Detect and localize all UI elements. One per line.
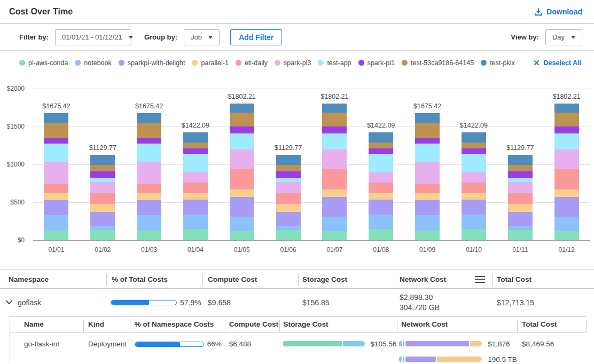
- bar-segment-notebook: [276, 226, 301, 230]
- bar-segment-parallel-1: [230, 189, 254, 197]
- bar-segment-parallel-1: [183, 193, 208, 200]
- chart-bar-01/06[interactable]: [276, 155, 301, 240]
- chart-bar-01/09[interactable]: [415, 113, 440, 240]
- legend-label: parallel-1: [201, 59, 228, 67]
- legend-item-sparkpi-with-delight[interactable]: sparkpi-with-delight: [119, 59, 185, 67]
- view-by-select[interactable]: Day: [545, 29, 582, 45]
- bar-segment-spark-pi3: [462, 172, 486, 183]
- pct-total-progress-bar: [111, 300, 177, 305]
- bar-segment-test-pkix: [44, 113, 68, 123]
- deselect-all-button[interactable]: Deselect All: [534, 59, 581, 67]
- bar-segment-pi-aws-conda: [369, 229, 393, 240]
- chart-bar-01/02[interactable]: [90, 155, 115, 240]
- bar-segment-test-53ca9186-64145: [322, 113, 347, 126]
- network-usage-bar: [399, 357, 482, 362]
- chart-bar-01/10[interactable]: [462, 132, 486, 240]
- legend-label: test-app: [327, 59, 351, 67]
- top-bar: Cost Over Time Download: [0, 0, 594, 24]
- bar-segment-etl-daily: [276, 193, 301, 204]
- legend-item-etl-daily[interactable]: etl-daily: [236, 59, 268, 67]
- namespace-row-goflask[interactable]: goflask 57.9% $9,658 $156.85 $2,898.30 3…: [0, 289, 594, 316]
- legend-item-parallel-1[interactable]: parallel-1: [192, 59, 228, 67]
- bar-segment-test-app: [90, 178, 115, 183]
- chevron-down-icon: [208, 36, 213, 39]
- x-icon: [534, 60, 540, 66]
- namespace-table-header: Namespace % of Total Costs Compute Cost …: [0, 270, 594, 289]
- add-filter-button[interactable]: Add Filter: [230, 29, 282, 45]
- bar-segment-test-pkix: [554, 104, 579, 113]
- bar-segment-test-app: [508, 178, 533, 183]
- bar-segment-pi-aws-conda: [90, 230, 115, 240]
- mini-bar-segment-blue: [343, 341, 365, 346]
- bar-segment-test-pkix: [90, 155, 115, 165]
- legend-label: test-pkix: [490, 59, 515, 67]
- bar-segment-etl-daily: [44, 184, 68, 193]
- legend-item-pi-aws-conda[interactable]: pi-aws-conda: [19, 59, 68, 67]
- filter-toolbar: Filter by: 01/01/21 - 01/12/21 Group by:…: [0, 24, 594, 51]
- filter-by-label: Filter by:: [19, 33, 49, 41]
- bar-total-label: $1675.42: [125, 102, 173, 110]
- col-network-cost: Network Cost: [395, 270, 492, 288]
- workload-row-go-flask-int[interactable]: go-flask-int Deployment 66% $6,488 $105.…: [10, 333, 587, 363]
- chart-bar-01/11[interactable]: [508, 155, 533, 240]
- bar-total-label: $1802.21: [310, 93, 358, 100]
- chart-bar-01/08[interactable]: [369, 132, 393, 240]
- bar-segment-pi-aws-conda: [554, 231, 579, 240]
- chart-bar-01/04[interactable]: [183, 132, 208, 240]
- x-axis-tick: 01/06: [270, 246, 307, 254]
- x-axis-tick: 01/07: [316, 246, 353, 254]
- bar-segment-spark-pi3: [508, 182, 533, 193]
- mini-bar-segment-orange: [470, 341, 482, 346]
- bar-segment-notebook: [415, 215, 440, 231]
- bar-segment-parallel-1: [322, 189, 347, 197]
- x-axis-tick: 01/10: [455, 246, 493, 254]
- x-axis-tick: 01/09: [409, 246, 446, 254]
- legend-label: notebook: [84, 59, 111, 67]
- legend-item-spark-pi3[interactable]: spark-pi3: [275, 59, 311, 67]
- x-axis-tick: 01/11: [502, 246, 539, 254]
- legend-dot-icon: [402, 60, 408, 66]
- legend-item-test-53ca9186-64145[interactable]: test-53ca9186-64145: [402, 59, 474, 67]
- bar-segment-etl-daily: [369, 183, 393, 193]
- workload-subtable: Name Kind % of Namespace Costs Compute C…: [10, 316, 587, 363]
- chart-bar-01/07[interactable]: [322, 104, 347, 240]
- bar-segment-sparkpi-with-delight: [44, 200, 68, 215]
- chart-bar-01/01[interactable]: [44, 113, 68, 240]
- bar-segment-test-53ca9186-64145: [554, 113, 579, 126]
- bar-segment-spark-pi3: [230, 149, 254, 169]
- group-by-select[interactable]: Job: [184, 29, 220, 45]
- legend-item-test-pkix[interactable]: test-pkix: [481, 59, 515, 67]
- date-range-select[interactable]: 01/01/21 - 01/12/21: [55, 29, 131, 45]
- bar-segment-parallel-1: [276, 204, 301, 211]
- bar-segment-notebook: [554, 217, 579, 231]
- col-storage-cost: Storage Cost: [298, 270, 395, 288]
- legend-dot-icon: [119, 60, 124, 66]
- mini-bar-segment-orange: [437, 357, 482, 362]
- page-title: Cost Over Time: [9, 7, 73, 17]
- legend-label: spark-pi1: [368, 59, 395, 67]
- group-by-value: Job: [191, 33, 202, 41]
- bar-total-label: $1129.77: [79, 144, 127, 152]
- chart-bar-01/03[interactable]: [137, 113, 161, 240]
- view-by-label: View by:: [511, 33, 539, 41]
- y-axis-tick: $1500: [0, 123, 25, 130]
- bar-segment-test-53ca9186-64145: [183, 143, 208, 148]
- bar-segment-test-pkix: [369, 132, 393, 143]
- bar-segment-spark-pi1: [183, 148, 208, 154]
- column-settings-icon[interactable]: [474, 275, 486, 285]
- chevron-down-icon[interactable]: [5, 300, 13, 305]
- chart-bar-01/12[interactable]: [554, 104, 579, 240]
- mini-bar-segment-green: [399, 357, 402, 362]
- bar-segment-notebook: [183, 215, 208, 229]
- chart-bar-01/05[interactable]: [230, 104, 254, 240]
- legend-item-notebook[interactable]: notebook: [75, 59, 111, 67]
- bar-segment-sparkpi-with-delight: [137, 200, 161, 215]
- bar-segment-sparkpi-with-delight: [554, 197, 579, 216]
- legend-item-test-app[interactable]: test-app: [318, 59, 351, 67]
- download-button[interactable]: Download: [534, 7, 582, 16]
- bar-segment-spark-pi1: [415, 138, 440, 144]
- chevron-down-icon: [129, 36, 133, 39]
- legend-item-spark-pi1[interactable]: spark-pi1: [358, 59, 395, 67]
- chart-legend: pi-aws-condanotebooksparkpi-with-delight…: [0, 51, 594, 75]
- col-storage-cost: Storage Cost: [279, 316, 397, 332]
